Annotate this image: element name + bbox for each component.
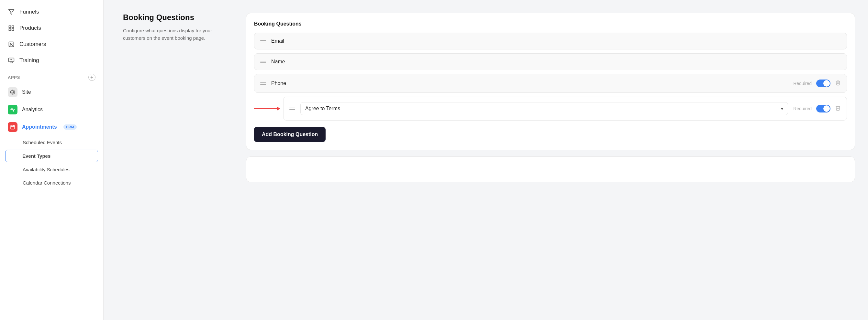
svg-marker-0: [9, 10, 14, 14]
question-list: Email Name Phone: [254, 33, 847, 120]
drag-handle-email[interactable]: [260, 40, 266, 42]
card-title: Booking Questions: [254, 21, 847, 27]
sidebar-label-appointments: Appointments: [22, 124, 57, 130]
svg-rect-1: [9, 26, 11, 28]
add-app-button[interactable]: +: [88, 74, 95, 81]
agree-to-terms-dropdown[interactable]: Agree to Terms ▾: [300, 102, 788, 115]
sidebar-item-funnels[interactable]: Funnels: [0, 4, 103, 20]
appointments-app-icon: [8, 122, 18, 132]
question-row-name: Name: [254, 53, 847, 70]
sidebar-sub-item-scheduled-events[interactable]: Scheduled Events: [0, 136, 103, 149]
drag-handle-name[interactable]: [260, 61, 266, 63]
apps-section-label: APPS +: [0, 69, 103, 83]
left-panel: Booking Questions Configure what questio…: [123, 13, 233, 307]
sidebar-label-funnels: Funnels: [20, 9, 39, 15]
svg-rect-4: [12, 29, 14, 31]
right-panel: Booking Questions Email Name: [246, 13, 855, 307]
sidebar-item-analytics[interactable]: Analytics: [0, 101, 103, 118]
svg-rect-3: [9, 29, 11, 31]
agree-to-terms-delete-button[interactable]: [835, 105, 841, 112]
svg-rect-2: [12, 26, 14, 28]
question-label-email: Email: [271, 38, 841, 44]
red-arrow: [254, 108, 280, 109]
add-booking-question-button[interactable]: Add Booking Question: [254, 127, 326, 142]
phone-required-label: Required: [793, 81, 812, 86]
phone-row-controls: Required: [793, 79, 841, 87]
agree-to-terms-row-wrapper: Agree to Terms ▾ Required: [254, 97, 847, 120]
question-row-agree-to-terms: Agree to Terms ▾ Required: [283, 97, 847, 120]
sidebar-item-site[interactable]: Site: [0, 83, 103, 101]
main-content: Booking Questions Configure what questio…: [103, 0, 868, 320]
page-title: Booking Questions: [123, 13, 233, 22]
second-card-stub: [246, 156, 855, 182]
drag-handle-agree-to-terms[interactable]: [289, 108, 295, 110]
chevron-down-icon: ▾: [781, 106, 783, 111]
booking-questions-card: Booking Questions Email Name: [246, 13, 855, 150]
question-row-email: Email: [254, 33, 847, 49]
products-icon: [8, 25, 15, 32]
sidebar-sub-item-calendar-connections[interactable]: Calendar Connections: [0, 176, 103, 189]
drag-handle-phone[interactable]: [260, 82, 266, 85]
sidebar-label-training: Training: [20, 57, 39, 64]
question-label-name: Name: [271, 59, 841, 65]
agree-to-terms-label: Agree to Terms: [305, 106, 340, 111]
svg-point-6: [11, 43, 12, 45]
site-app-icon: [8, 87, 18, 97]
sidebar-sub-item-event-types[interactable]: Event Types: [5, 150, 98, 162]
arrow-container: [254, 108, 280, 109]
svg-rect-10: [11, 126, 14, 129]
sidebar-item-training[interactable]: Training: [0, 52, 103, 69]
sidebar: Funnels Products Customers Training APPS: [0, 0, 103, 320]
question-label-phone: Phone: [271, 80, 788, 86]
training-icon: [8, 57, 15, 64]
page-description: Configure what questions display for you…: [123, 27, 233, 42]
sidebar-item-appointments[interactable]: Appointments CRM: [0, 118, 103, 136]
crm-badge: CRM: [63, 125, 77, 130]
sidebar-label-site: Site: [22, 89, 31, 95]
agree-to-terms-toggle[interactable]: [816, 105, 831, 112]
svg-rect-8: [10, 62, 12, 63]
phone-toggle[interactable]: [816, 79, 831, 87]
phone-delete-button[interactable]: [835, 80, 841, 87]
sidebar-sub-item-availability-schedules[interactable]: Availability Schedules: [0, 163, 103, 176]
sidebar-label-analytics: Analytics: [22, 107, 43, 112]
analytics-app-icon: [8, 105, 18, 114]
sidebar-item-products[interactable]: Products: [0, 20, 103, 36]
agree-to-terms-controls: Required: [793, 105, 841, 112]
sidebar-item-customers[interactable]: Customers: [0, 36, 103, 52]
funnel-icon: [8, 8, 15, 15]
sidebar-label-products: Products: [20, 25, 41, 31]
sidebar-label-customers: Customers: [20, 41, 46, 47]
question-row-phone: Phone Required: [254, 74, 847, 93]
agree-to-terms-required-label: Required: [793, 106, 812, 111]
customers-icon: [8, 41, 15, 48]
